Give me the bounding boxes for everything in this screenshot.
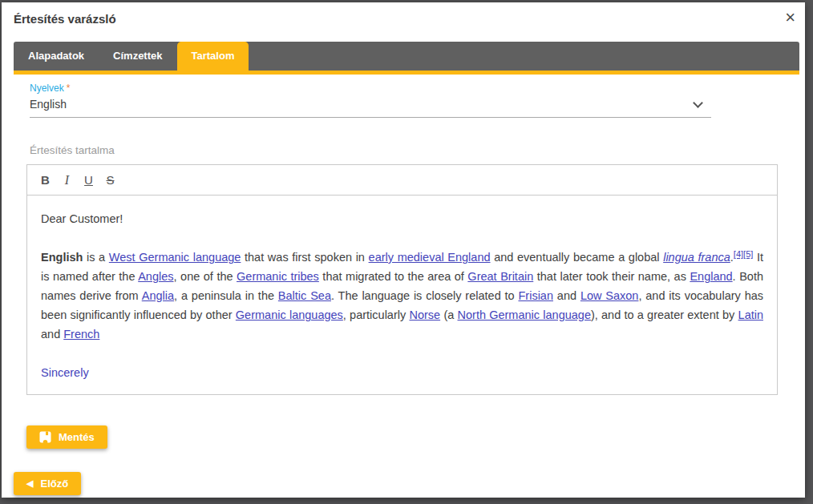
wiki-link[interactable]: Latin [738, 308, 763, 321]
close-icon[interactable]: × [785, 9, 795, 26]
paragraph-text: , a peninsula in the [174, 289, 278, 302]
wiki-link[interactable]: England [690, 270, 732, 283]
required-marker: * [67, 83, 71, 94]
wiki-link[interactable]: Anglia [142, 289, 174, 302]
wiki-link[interactable]: Great Britain [467, 270, 533, 283]
paragraph-text: that was first spoken in [241, 251, 368, 264]
previous-button[interactable]: ◀ Előző [14, 472, 81, 495]
tab-tartalom[interactable]: Tartalom [177, 42, 249, 71]
bold-button[interactable]: B [34, 169, 56, 191]
previous-button-label: Előző [40, 478, 68, 490]
tab-cimzettek[interactable]: Címzettek [99, 42, 176, 71]
save-button-label: Mentés [59, 431, 95, 443]
strikethrough-button[interactable]: S [99, 169, 121, 191]
italic-button[interactable]: I [56, 169, 78, 191]
paragraph-text: (a [440, 308, 457, 321]
paragraph-text: and [553, 289, 580, 302]
tab-accent-line [14, 71, 799, 75]
greeting-line: Dear Customer! [41, 209, 763, 228]
notification-wizard-dialog: Értesítés varázsló × AlapadatokCímzettek… [2, 2, 805, 498]
editor-toolbar: BIUS [27, 165, 777, 196]
wiki-link[interactable]: Frisian [518, 289, 553, 302]
wiki-link[interactable]: early medieval England [369, 251, 491, 264]
wiki-link[interactable]: Germanic languages [236, 308, 343, 321]
wiki-link[interactable]: Angles [138, 270, 173, 283]
wiki-link[interactable]: Baltic Sea [278, 289, 331, 302]
language-field-label: Nyelvek* [30, 83, 70, 94]
paragraph-text: is a [83, 251, 108, 264]
paragraph-text: and [41, 328, 63, 341]
citation-link[interactable]: [5] [743, 249, 753, 259]
save-button[interactable]: Mentés [26, 425, 107, 449]
language-label-text: Nyelvek [30, 83, 64, 94]
floppy-disk-icon [39, 431, 51, 443]
editor-content[interactable]: Dear Customer! English is a West Germani… [27, 196, 777, 396]
paragraph-text: , one of the [174, 270, 237, 283]
left-triangle-icon: ◀ [26, 479, 33, 488]
wiki-link[interactable]: Low Saxon [580, 289, 639, 302]
paragraph-text: . The language is closely related to [331, 289, 519, 302]
bold-text: English [41, 251, 83, 264]
language-select[interactable]: English [30, 97, 711, 118]
wiki-link[interactable]: French [63, 328, 99, 341]
signature-line: Sincerely [41, 363, 763, 382]
wiki-link[interactable]: lingua franca [663, 251, 730, 264]
wiki-link[interactable]: Norse [409, 308, 440, 321]
wiki-link[interactable]: West Germanic language [109, 251, 241, 264]
underline-button[interactable]: U [78, 169, 99, 191]
dialog-title: Értesítés varázsló [14, 12, 116, 26]
editor-paragraph: English is a West Germanic language that… [41, 248, 763, 344]
tab-alapadatok[interactable]: Alapadatok [14, 42, 99, 71]
rich-text-editor: BIUS Dear Customer! English is a West Ge… [26, 164, 778, 395]
chevron-down-icon [693, 98, 703, 108]
editor-label: Értesítés tartalma [30, 144, 115, 156]
language-select-value: English [30, 98, 67, 111]
paragraph-text: that migrated to the area of [319, 270, 468, 283]
paragraph-text: , particularly [343, 308, 410, 321]
wiki-link[interactable]: North Germanic language [458, 308, 591, 321]
paragraph-text: and eventually became a global [491, 251, 664, 264]
paragraph-text: ), and to a greater extent by [591, 308, 738, 321]
tab-bar: AlapadatokCímzettekTartalom [14, 42, 799, 71]
paragraph-text: that later took their name, as [533, 270, 690, 283]
citation-link[interactable]: [4] [734, 249, 743, 259]
wiki-link[interactable]: Germanic tribes [237, 270, 319, 283]
